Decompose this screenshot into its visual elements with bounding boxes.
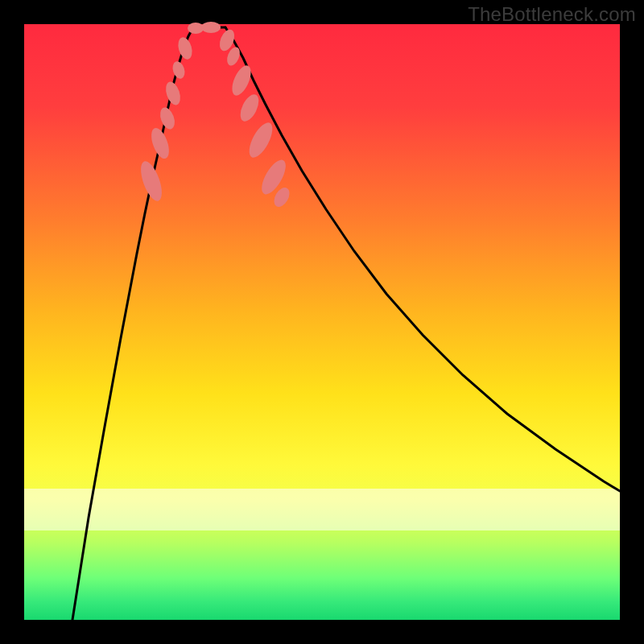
right-curve [225, 27, 620, 491]
marker-left-3 [163, 80, 183, 106]
marker-left-0 [137, 159, 167, 204]
marker-left-4 [171, 60, 187, 80]
left-curve [72, 27, 193, 620]
marker-bottom-1 [201, 22, 221, 33]
curve-layer [24, 24, 620, 620]
markers-group [137, 22, 293, 209]
marker-left-2 [158, 105, 178, 131]
marker-bottom-0 [188, 23, 204, 34]
marker-right-4 [245, 119, 277, 161]
chart-frame: TheBottleneck.com [0, 0, 644, 644]
marker-right-2 [229, 63, 255, 98]
marker-right-3 [237, 92, 262, 124]
plot-area [24, 24, 620, 620]
watermark-text: TheBottleneck.com [468, 3, 636, 26]
marker-left-5 [175, 35, 194, 60]
marker-left-1 [148, 126, 173, 161]
